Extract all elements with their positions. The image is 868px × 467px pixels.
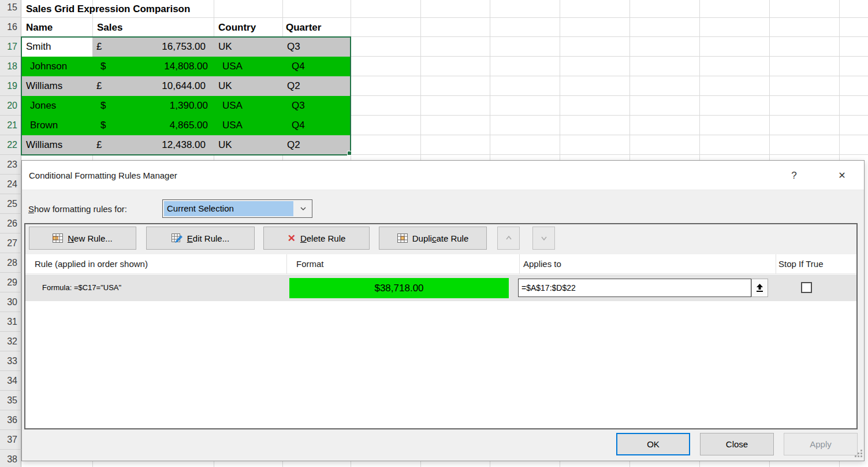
rule-row-selected[interactable]: Formula: =$C17="USA" $38,718.00 [25,275,856,301]
table-row: Jones $1,390.00 USA Q3 [21,96,351,116]
row-header-17[interactable]: 17 [0,37,21,57]
cell-b17[interactable]: £16,753.00 [92,37,214,57]
column-separator [286,254,287,274]
cell-c17[interactable]: UK [214,37,282,57]
row-header-22[interactable]: 22 [0,135,21,155]
cell-b21[interactable]: $4,865.00 [92,116,214,135]
cell-d21[interactable]: Q4 [282,116,351,135]
row-header-24[interactable]: 24 [0,175,21,194]
help-icon[interactable]: ? [785,161,803,190]
apply-button[interactable]: Apply [784,433,858,455]
cell-d19[interactable]: Q2 [282,76,351,96]
range-picker-button[interactable] [751,279,768,297]
amount: 14,808.00 [164,57,208,76]
cell-c19[interactable]: UK [214,76,282,96]
cell-a20[interactable]: Jones [21,96,92,116]
edit-rule-button[interactable]: Edit Rule... [146,227,255,250]
row-header-30[interactable]: 30 [0,292,21,312]
cell-a19[interactable]: Williams [21,76,92,96]
row-header-25[interactable]: 25 [0,194,21,214]
header-rule: Rule (applied in order shown) [35,254,148,274]
mnemonic: S [28,204,34,214]
cell-a18[interactable]: Johnson [21,57,92,76]
move-rule-down-button[interactable] [532,227,555,250]
currency-symbol: £ [96,135,102,155]
table-row: Brown $4,865.00 USA Q4 [21,116,351,135]
row-header-18[interactable]: 18 [0,57,21,76]
close-icon[interactable]: ✕ [832,161,852,190]
row-header-16[interactable]: 16 [0,17,21,37]
row-header-20[interactable]: 20 [0,96,21,116]
close-button[interactable]: Close [700,433,774,455]
rules-toolbar: New Rule... Edit Rule... ✕ Delete Rule D… [25,224,856,254]
currency-symbol: $ [100,96,106,116]
rules-panel: New Rule... Edit Rule... ✕ Delete Rule D… [24,223,858,429]
excel-screen: 15 16 17 18 19 20 21 22 23 24 25 26 27 2… [0,0,868,467]
row-header-35[interactable]: 35 [0,391,21,410]
applies-to-input[interactable] [518,279,751,297]
rule-format-preview[interactable]: $38,718.00 [289,278,509,298]
row-header-19[interactable]: 19 [0,76,21,96]
row-header-34[interactable]: 34 [0,371,21,391]
row-header-26[interactable]: 26 [0,214,21,233]
chevron-down-icon [300,206,306,212]
cell-b18[interactable]: $14,808.00 [92,57,214,76]
row-header-32[interactable]: 32 [0,332,21,351]
cell-c18[interactable]: USA [214,57,282,76]
row-header-29[interactable]: 29 [0,273,21,292]
table-row: Smith £16,753.00 UK Q3 [21,37,351,57]
cell-c20[interactable]: USA [214,96,282,116]
row-header-33[interactable]: 33 [0,351,21,371]
delete-rule-button[interactable]: ✕ Delete Rule [263,227,370,250]
header-stop-if-true: Stop If True [778,254,824,274]
show-rules-dropdown[interactable]: Current Selection [162,199,312,218]
cell-d18[interactable]: Q4 [282,57,351,76]
fill-handle[interactable] [347,151,352,155]
cell-d22[interactable]: Q2 [282,135,351,155]
stop-if-true-checkbox[interactable] [801,282,812,293]
table-grid-icon [53,233,63,243]
table-row: Williams £10,644.00 UK Q2 [21,76,351,96]
amount: 10,644.00 [162,76,206,96]
dropdown-selected-value: Current Selection [164,201,293,216]
cell-a17[interactable]: Smith [21,37,92,57]
chevron-down-icon [541,235,547,242]
currency-symbol: $ [100,116,106,135]
row-header-27[interactable]: 27 [0,233,21,253]
row-header-31[interactable]: 31 [0,312,21,332]
row-header-23[interactable]: 23 [0,155,21,175]
cell-b22[interactable]: £12,438.00 [92,135,214,155]
button-label: New Rule... [68,233,113,243]
button-label: Duplicate Rule [412,233,469,243]
currency-symbol: £ [96,76,102,96]
row-header-28[interactable]: 28 [0,253,21,273]
resize-grip[interactable] [854,449,863,458]
new-rule-button[interactable]: New Rule... [29,227,136,250]
cell-a21[interactable]: Brown [21,116,92,135]
label-text: how formatting rules for: [34,204,127,214]
row-header-38[interactable]: 38 [0,450,21,467]
column-separator [519,254,520,274]
cell-d20[interactable]: Q3 [282,96,351,116]
cell-b20[interactable]: $1,390.00 [92,96,214,116]
cell-c21[interactable]: USA [214,116,282,135]
dropdown-button[interactable] [295,200,312,217]
table-row: Johnson $14,808.00 USA Q4 [21,57,351,76]
edit-pencil-icon [172,233,182,243]
ok-button[interactable]: OK [616,433,690,455]
amount: 1,390.00 [170,96,208,116]
duplicate-rule-button[interactable]: Duplicate Rule [379,227,487,250]
row-header-15[interactable]: 15 [0,0,21,17]
move-rule-up-button[interactable] [497,227,520,250]
cell-b19[interactable]: £10,644.00 [92,76,214,96]
cell-c22[interactable]: UK [214,135,282,155]
show-rules-label: Show formatting rules for: [28,200,127,218]
dialog-titlebar[interactable]: Conditional Formatting Rules Manager ? ✕ [22,161,864,190]
row-header-36[interactable]: 36 [0,410,21,430]
collapse-dialog-icon [756,283,763,292]
row-header-37[interactable]: 37 [0,430,21,450]
row-header-21[interactable]: 21 [0,116,21,135]
cell-d17[interactable]: Q3 [282,37,351,57]
column-caption-quarter: Quarter [286,19,321,36]
cell-a22[interactable]: Williams [21,135,92,155]
